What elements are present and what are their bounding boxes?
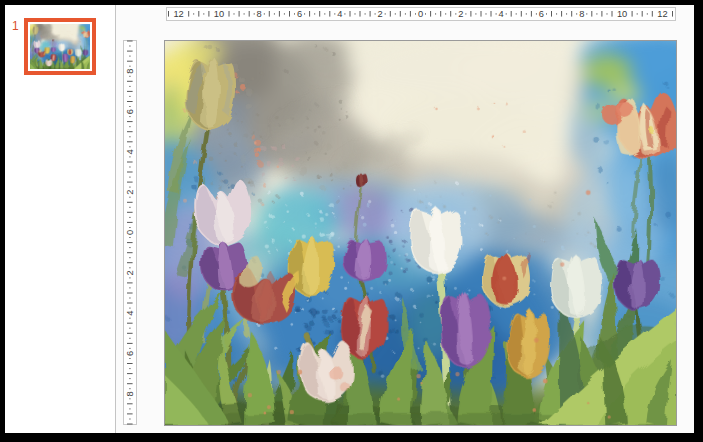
svg-text:12: 12 (173, 9, 183, 19)
svg-text:2: 2 (458, 9, 463, 19)
svg-text:8: 8 (579, 9, 584, 19)
svg-text:8: 8 (125, 69, 135, 74)
svg-text:6: 6 (297, 9, 302, 19)
svg-text:6: 6 (539, 9, 544, 19)
svg-text:2: 2 (378, 9, 383, 19)
svg-text:6: 6 (125, 109, 135, 114)
svg-text:10: 10 (214, 9, 224, 19)
svg-text:12: 12 (657, 9, 667, 19)
svg-text:2: 2 (125, 270, 135, 275)
svg-text:0: 0 (125, 230, 135, 235)
svg-text:4: 4 (337, 9, 342, 19)
svg-text:8: 8 (125, 391, 135, 396)
svg-text:4: 4 (125, 311, 135, 316)
svg-text:4: 4 (499, 9, 504, 19)
svg-text:0: 0 (418, 9, 423, 19)
svg-text:10: 10 (617, 9, 627, 19)
svg-text:8: 8 (257, 9, 262, 19)
svg-text:6: 6 (125, 351, 135, 356)
svg-text:2: 2 (125, 190, 135, 195)
svg-text:4: 4 (125, 149, 135, 154)
